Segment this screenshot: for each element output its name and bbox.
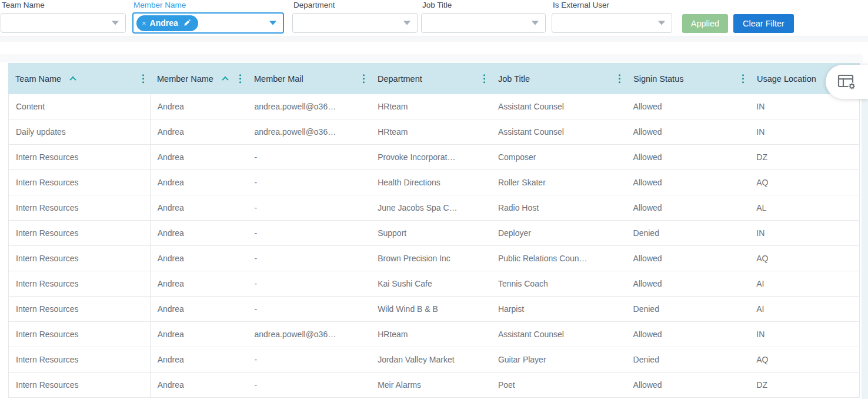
member-mail-cell: - [247, 228, 370, 238]
signin-status-cell: Allowed [626, 330, 750, 339]
signin-status-cell: Allowed [626, 102, 750, 111]
department-cell: Support [370, 228, 491, 238]
chevron-down-icon [532, 21, 539, 25]
team-name-select[interactable] [1, 13, 126, 33]
usage-location-cell: IN [749, 102, 859, 111]
clear-filter-button[interactable]: Clear Filter [733, 14, 794, 33]
filter-department-label: Department [293, 1, 418, 11]
filter-is-external-user-label: Is External User [553, 1, 672, 11]
job-title-cell: Assistant Counsel [491, 102, 626, 111]
member-name-cell: Andrea [151, 178, 248, 187]
column-header-job-title[interactable]: Job Title [491, 63, 626, 94]
signin-status-cell: Allowed [626, 254, 750, 263]
column-header-member-mail[interactable]: Member Mail [247, 63, 370, 94]
usage-location-cell: IN [749, 330, 859, 339]
chevron-down-icon [269, 21, 276, 25]
team-name-cell: Intern Resources [9, 322, 151, 347]
usage-location-cell: AL [749, 203, 859, 212]
job-title-cell: Radio Host [491, 203, 626, 212]
job-title-cell: Roller Skater [491, 178, 626, 187]
member-name-cell: Andrea [151, 228, 248, 238]
table-row: Intern ResourcesAndrea-Wild Wind B & BHa… [9, 297, 859, 322]
column-header-department[interactable]: Department [370, 63, 491, 94]
table-top-band [0, 54, 863, 62]
column-header-label: Job Title [498, 74, 530, 84]
kebab-menu-icon[interactable] [238, 72, 243, 85]
member-name-cell: Andrea [151, 254, 248, 263]
member-name-cell: Andrea [151, 102, 248, 111]
kebab-menu-icon[interactable] [482, 72, 488, 85]
is-external-user-select[interactable] [552, 13, 672, 33]
team-name-cell: Intern Resources [9, 297, 151, 321]
table-row: Intern ResourcesAndrea-Health Directions… [9, 170, 859, 195]
usage-location-cell: AQ [749, 178, 859, 187]
column-settings-button[interactable] [826, 65, 868, 99]
signin-status-cell: Denied [626, 355, 750, 364]
signin-status-cell: Allowed [626, 152, 750, 162]
member-mail-cell: andrea.powell@o36… [247, 330, 370, 339]
department-cell: Kai Sushi Cafe [370, 279, 491, 288]
chip-label: Andrea [150, 18, 178, 28]
filter-team-name: Team Name [1, 0, 126, 11]
filter-chip[interactable]: × Andrea [136, 15, 198, 31]
table-row: ContentAndreaandrea.powell@o36…HRteamAss… [9, 94, 859, 119]
table-row: Intern ResourcesAndrea-Provoke Incorpora… [9, 145, 859, 170]
kebab-menu-icon[interactable] [617, 72, 623, 85]
filter-job-title: Job Title [421, 0, 546, 11]
signin-status-cell: Denied [626, 304, 750, 314]
column-header-team-name[interactable]: Team Name [8, 63, 150, 94]
signin-status-cell: Allowed [626, 178, 750, 187]
table-row: Intern ResourcesAndrea-SupportDeployerDe… [9, 221, 859, 246]
department-cell: HRteam [370, 127, 491, 137]
member-mail-cell: - [247, 254, 370, 263]
member-mail-cell: - [247, 203, 370, 212]
job-title-cell: Guitar Player [491, 355, 626, 364]
filter-department: Department [292, 0, 418, 11]
kebab-menu-icon[interactable] [740, 72, 746, 85]
job-title-cell: Poet [491, 380, 626, 390]
filter-section-divider [0, 36, 868, 42]
member-mail-cell: andrea.powell@o36… [247, 102, 370, 111]
job-title-cell: Composer [491, 152, 626, 162]
department-cell: Brown Precision Inc [370, 254, 491, 263]
job-title-select[interactable] [421, 13, 546, 33]
team-name-cell: Intern Resources [9, 347, 151, 372]
column-header-label: Member Name [157, 74, 213, 84]
vertical-scrollbar[interactable] [862, 65, 868, 399]
member-name-cell: Andrea [151, 127, 248, 137]
usage-location-cell: AQ [749, 355, 859, 364]
chevron-down-icon [403, 21, 410, 25]
department-cell: Health Directions [370, 178, 491, 187]
member-name-cell: Andrea [151, 355, 248, 364]
pencil-icon[interactable] [183, 19, 191, 27]
kebab-menu-icon[interactable] [141, 72, 146, 85]
table-row: Intern ResourcesAndreaandrea.powell@o36…… [9, 322, 859, 347]
applied-button[interactable]: Applied [682, 14, 728, 33]
usage-location-cell: DZ [749, 152, 859, 162]
team-name-cell: Daily updates [9, 119, 151, 144]
member-mail-cell: - [247, 152, 370, 162]
usage-location-cell: AI [749, 304, 859, 314]
remove-chip-icon[interactable]: × [142, 19, 146, 28]
table-gear-icon [837, 74, 856, 90]
team-name-cell: Intern Resources [9, 246, 151, 271]
table-row: Intern ResourcesAndrea-Kai Sushi CafeTen… [9, 271, 859, 297]
column-header-label: Member Mail [254, 74, 303, 84]
job-title-cell: Assistant Counsel [491, 127, 626, 137]
member-mail-cell: andrea.powell@o36… [247, 127, 370, 137]
department-cell: Wild Wind B & B [370, 304, 491, 314]
member-name-cell: Andrea [151, 152, 248, 162]
job-title-cell: Public Relations Coun… [491, 254, 626, 263]
member-mail-cell: - [247, 304, 370, 314]
column-header-member-name[interactable]: Member Name [150, 63, 247, 94]
member-name-select[interactable]: × Andrea [132, 12, 284, 34]
column-header-signin-status[interactable]: Signin Status [626, 63, 750, 94]
sort-ascending-icon [222, 76, 228, 82]
filter-is-external-user: Is External User [552, 0, 672, 11]
member-mail-cell: - [247, 178, 370, 187]
kebab-menu-icon[interactable] [361, 72, 367, 85]
usage-location-cell: IN [749, 127, 859, 137]
table-header-row: Team NameMember NameMember MailDepartmen… [8, 63, 860, 94]
member-name-cell: Andrea [151, 380, 248, 390]
department-select[interactable] [292, 13, 418, 33]
